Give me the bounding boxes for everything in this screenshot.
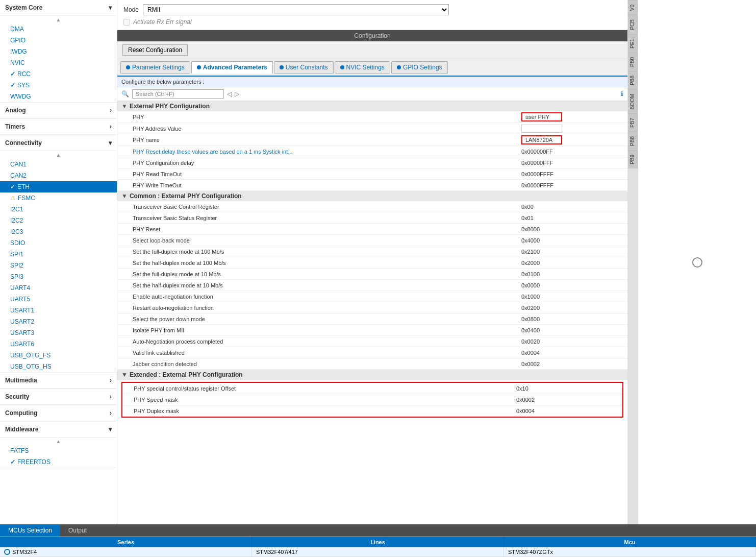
info-icon[interactable]: ℹ — [621, 90, 623, 98]
vtab-pb7[interactable]: PB7 — [628, 113, 638, 132]
search-input[interactable] — [132, 89, 224, 99]
sidebar-item-can2[interactable]: CAN2 — [0, 170, 117, 181]
tab-parameter-settings[interactable]: Parameter Settings — [120, 61, 190, 74]
bottom-tab-mcus[interactable]: MCUs Selection — [0, 524, 60, 537]
table-row: Auto-Negotiation process completed 0x002… — [117, 336, 627, 347]
phy-value-box[interactable]: user PHY — [521, 112, 562, 122]
tab-advanced-parameters[interactable]: Advanced Parameters — [191, 61, 273, 74]
sidebar-item-uart4[interactable]: UART4 — [0, 282, 117, 294]
mode-label: Mode — [123, 6, 139, 13]
param-value-valid-link: 0x0004 — [521, 350, 623, 356]
table-row[interactable]: STM32F4 STM32F407/417 STM32F407ZGTx — [0, 547, 756, 557]
sidebar-item-i2c2[interactable]: I2C2 — [0, 215, 117, 226]
sidebar-item-wwdg[interactable]: WWDG — [0, 91, 117, 102]
sidebar-item-usb-otg-fs[interactable]: USB_OTG_FS — [0, 350, 117, 361]
sidebar-item-usart6[interactable]: USART6 — [0, 338, 117, 350]
sidebar-item-fsmc[interactable]: ⚠ FSMC — [0, 192, 117, 204]
middleware-scroll-up[interactable]: ▲ — [0, 438, 117, 445]
param-name-full-100: Set the full-duplex mode at 100 Mb/s — [133, 249, 521, 255]
param-name-basic-ctrl: Transceiver Basic Control Register — [133, 204, 521, 210]
vtab-pb8[interactable]: PB8 — [628, 71, 638, 89]
sidebar-item-freertos[interactable]: ✓ FREERTOS — [0, 456, 117, 468]
sidebar-item-spi1[interactable]: SPI1 — [0, 249, 117, 260]
config-toolbar: Reset Configuration — [117, 41, 627, 59]
vtab-pb0[interactable]: PB0 — [628, 53, 638, 71]
param-name-phy-name: PHY name — [133, 137, 521, 143]
vtab-v0[interactable]: V0 — [628, 0, 638, 15]
sidebar-item-i2c1[interactable]: I2C1 — [0, 204, 117, 215]
multimedia-header[interactable]: Multimedia › — [0, 373, 117, 389]
sidebar-item-spi3[interactable]: SPI3 — [0, 271, 117, 282]
vtab-pcb[interactable]: PCB — [628, 15, 638, 34]
sidebar-item-sdio[interactable]: SDIO — [0, 237, 117, 249]
sidebar-item-sys[interactable]: ✓ SYS — [0, 80, 117, 91]
tab-gpio-settings[interactable]: GPIO Settings — [391, 61, 448, 74]
tab-nvic-settings[interactable]: NVIC Settings — [335, 61, 390, 74]
table-row: Set the half-duplex mode at 100 Mb/s 0x2… — [117, 257, 627, 269]
param-value-half-100: 0x2000 — [521, 260, 623, 266]
highlighted-group: PHY special control/status register Offs… — [121, 382, 623, 418]
config-section: Configuration Reset Configuration Parame… — [117, 30, 627, 524]
tab-user-label: User Constants — [286, 64, 328, 71]
analog-label: Analog — [5, 107, 26, 114]
vtab-boom[interactable]: BOOM — [628, 89, 638, 114]
sidebar-item-rcc[interactable]: ✓ RCC — [0, 68, 117, 80]
sidebar-item-iwdg[interactable]: IWDG — [0, 46, 117, 57]
connectivity-group: Connectivity ▾ ▲ CAN1 CAN2 ✓ETH ⚠ FSMC I… — [0, 135, 117, 373]
vtab-pb9[interactable]: PB9 — [628, 150, 638, 168]
next-result-icon[interactable]: ▷ — [235, 90, 239, 98]
sidebar-item-usart1[interactable]: USART1 — [0, 305, 117, 316]
section-toggle-common-phy[interactable]: ▼ — [121, 192, 128, 200]
sidebar-item-spi2[interactable]: SPI2 — [0, 260, 117, 271]
param-value-phy-speed-mask: 0x0002 — [516, 397, 618, 403]
param-value-phy-reset-delay: 0x000000FF — [521, 149, 623, 155]
section-toggle-external-phy[interactable]: ▼ — [121, 103, 128, 110]
param-value-autoneg-done: 0x0020 — [521, 338, 623, 345]
tab-user-constants[interactable]: User Constants — [274, 61, 334, 74]
param-value-powerdown: 0x0800 — [521, 316, 623, 322]
param-name-phy-config-delay: PHY Configuration delay — [133, 160, 521, 166]
sidebar-item-dma[interactable]: DMA — [0, 23, 117, 35]
sidebar-item-can1[interactable]: CAN1 — [0, 159, 117, 170]
bottom-tabs: MCUs Selection Output — [0, 524, 756, 537]
param-value-autoneg-restart: 0x0200 — [521, 305, 623, 311]
system-core-scroll-up[interactable]: ▲ — [0, 16, 117, 23]
sidebar-item-fatfs[interactable]: FATFS — [0, 445, 117, 456]
computing-header[interactable]: Computing › — [0, 405, 117, 421]
vtab-pe1[interactable]: PE1 — [628, 34, 638, 53]
sidebar-item-usart3[interactable]: USART3 — [0, 327, 117, 338]
param-name-valid-link: Valid link established — [133, 350, 521, 356]
param-value-phy-addr — [521, 125, 623, 133]
system-core-label: System Core — [5, 4, 42, 11]
phy-addr-value-box[interactable] — [521, 125, 562, 133]
multimedia-group: Multimedia › — [0, 373, 117, 389]
security-header[interactable]: Security › — [0, 389, 117, 405]
param-name-phy-reset-delay: PHY Reset delay these values are based o… — [133, 149, 521, 155]
sidebar-item-usb-otg-hs[interactable]: USB_OTG_HS — [0, 361, 117, 372]
connectivity-header[interactable]: Connectivity ▾ — [0, 135, 117, 151]
mode-select[interactable]: RMII MII — [143, 4, 449, 15]
section-toggle-extended-phy[interactable]: ▼ — [121, 371, 128, 378]
sidebar-item-usart2[interactable]: USART2 — [0, 316, 117, 327]
reset-config-button[interactable]: Reset Configuration — [122, 44, 188, 56]
param-value-phy-name: LAN8720A — [521, 135, 623, 144]
bottom-tab-output[interactable]: Output — [60, 524, 95, 537]
connectivity-scroll-up[interactable]: ▲ — [0, 151, 117, 159]
timers-header[interactable]: Timers › — [0, 119, 117, 135]
param-name-full-10: Set the full-duplex mode at 10 Mb/s — [133, 271, 521, 277]
sidebar-item-nvic[interactable]: NVIC — [0, 57, 117, 68]
phy-name-value-box[interactable]: LAN8720A — [521, 135, 562, 144]
analog-header[interactable]: Analog › — [0, 103, 117, 118]
sidebar: System Core ▾ ▲ DMA GPIO IWDG NVIC ✓ RCC… — [0, 0, 117, 524]
timers-label: Timers — [5, 123, 25, 130]
sidebar-item-uart5[interactable]: UART5 — [0, 294, 117, 305]
activate-rx-checkbox[interactable] — [123, 19, 130, 26]
vtab-pb8b[interactable]: PB8 — [628, 132, 638, 150]
middleware-header[interactable]: Middleware ▾ — [0, 422, 117, 438]
system-core-header[interactable]: System Core ▾ — [0, 0, 117, 16]
prev-result-icon[interactable]: ◁ — [227, 90, 232, 98]
sidebar-item-eth[interactable]: ✓ETH — [0, 181, 117, 192]
sidebar-item-i2c3[interactable]: I2C3 — [0, 226, 117, 237]
table-row: Set the half-duplex mode at 10 Mb/s 0x00… — [117, 280, 627, 291]
sidebar-item-gpio[interactable]: GPIO — [0, 35, 117, 46]
